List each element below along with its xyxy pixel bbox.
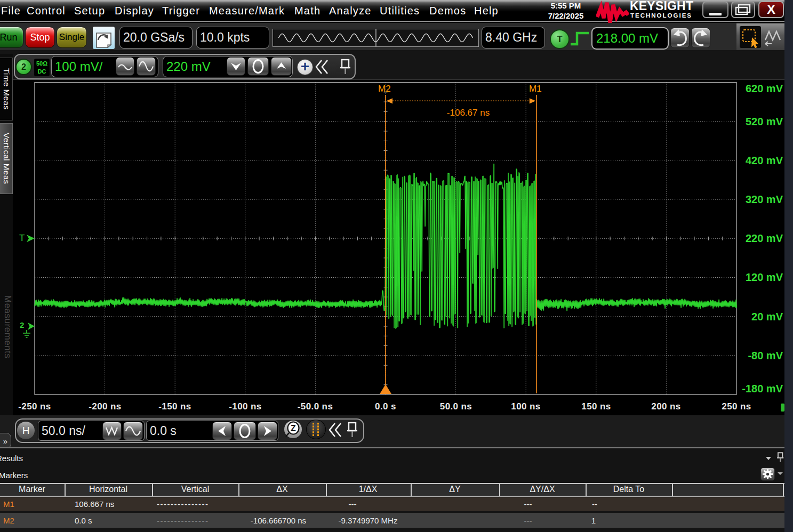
svg-text:Z: Z	[291, 424, 296, 433]
